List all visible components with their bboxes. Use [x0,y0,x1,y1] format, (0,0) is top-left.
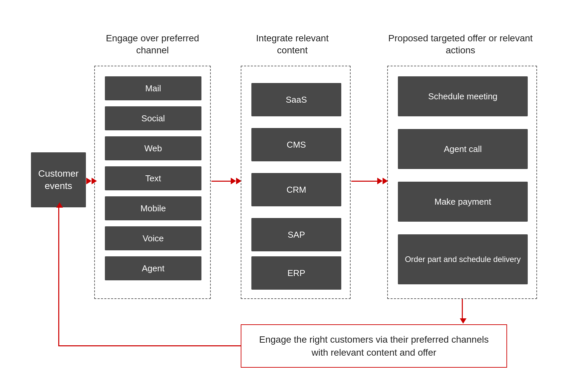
arrow-ce-to-col1 [86,178,96,184]
engage-box: Engage the right customers via their pre… [241,324,507,368]
customer-events-box: Customer events [31,152,86,207]
dashed-box-col3: Schedule meeting Agent call Make payment… [387,66,537,299]
item-order-part: Order part and schedule delivery [398,234,528,284]
arrow-col2-to-col3 [351,178,388,184]
item-crm: CRM [251,173,341,206]
diagram: Engage over preferred channel Integrate … [28,26,560,352]
item-text: Text [105,166,201,190]
arrow-up-head [56,202,63,208]
item-erp: ERP [251,256,341,290]
item-voice: Voice [105,226,201,250]
item-social: Social [105,106,201,130]
col3-header: Proposed targeted offer or relevant acti… [384,32,537,57]
feedback-line-h [58,345,241,346]
item-web: Web [105,136,201,160]
col2-header: Integrate relevant content [241,32,344,57]
col1-header: Engage over preferred channel [101,32,204,57]
item-mail: Mail [105,76,201,100]
item-schedule-meeting: Schedule meeting [398,76,528,116]
item-cms: CMS [251,128,341,161]
feedback-line-v [58,208,59,346]
dashed-box-col2: SaaS CMS CRM SAP ERP [241,66,351,299]
dashed-box-col1: Mail Social Web Text Mobile Voice Agent [94,66,211,299]
arrow-down-head [460,318,466,324]
item-saas: SaaS [251,83,341,116]
item-sap: SAP [251,218,341,251]
item-agent-call: Agent call [398,129,528,169]
item-agent: Agent [105,256,201,280]
item-make-payment: Make payment [398,182,528,222]
item-mobile: Mobile [105,196,201,220]
arrow-col1-to-col2 [211,178,241,184]
arrow-down-line [462,299,463,319]
